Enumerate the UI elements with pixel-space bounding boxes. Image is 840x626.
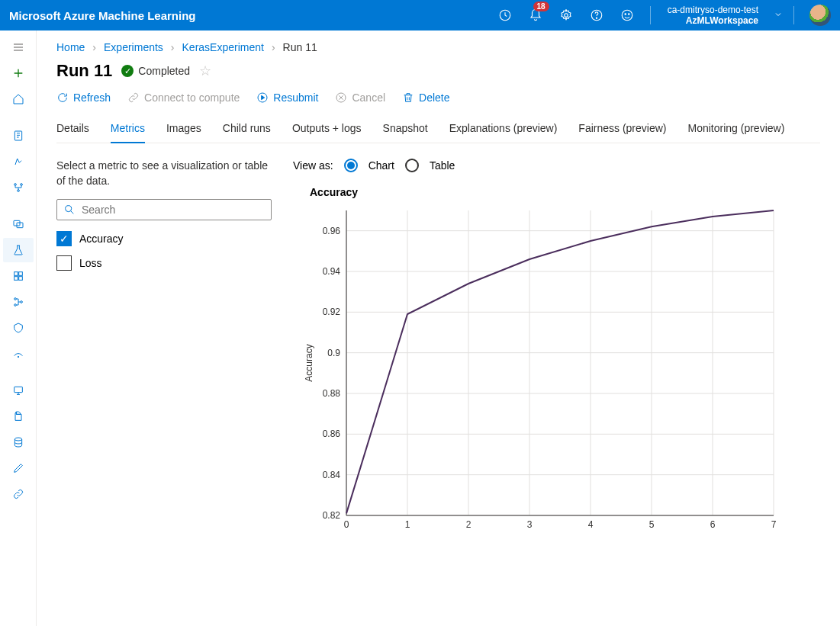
- tab-fairness[interactable]: Fairness (preview): [578, 117, 666, 143]
- svg-point-1: [564, 14, 568, 18]
- svg-rect-21: [14, 387, 22, 392]
- rail-linked-icon[interactable]: [3, 482, 34, 506]
- delete-button[interactable]: Delete: [402, 91, 449, 104]
- play-icon: [256, 91, 269, 104]
- rail-home-icon[interactable]: [3, 87, 34, 111]
- checkbox-checked-icon[interactable]: ✓: [56, 231, 72, 246]
- svg-point-6: [628, 14, 629, 15]
- topbar: Microsoft Azure Machine Learning 18 ca-d…: [0, 0, 840, 30]
- clock-icon[interactable]: [493, 3, 517, 27]
- svg-rect-15: [14, 277, 18, 281]
- help-icon[interactable]: [584, 3, 609, 27]
- breadcrumb-current: Run 11: [283, 41, 317, 53]
- connect-compute-button: Connect to compute: [127, 91, 240, 104]
- topbar-actions: 18 ca-dmitryso-demo-test AzMLWorkspace: [493, 3, 831, 27]
- search-input[interactable]: [56, 199, 272, 220]
- svg-rect-7: [14, 131, 21, 140]
- svg-text:0.9: 0.9: [327, 348, 340, 358]
- left-rail: [0, 30, 37, 626]
- action-bar: Refresh Connect to compute Resubmit Canc…: [56, 91, 820, 104]
- connect-icon: [127, 91, 140, 104]
- svg-text:0.86: 0.86: [323, 429, 341, 439]
- svg-rect-14: [18, 272, 22, 276]
- breadcrumb-experiments[interactable]: Experiments: [104, 41, 163, 53]
- svg-point-18: [14, 304, 16, 307]
- svg-point-19: [20, 301, 22, 303]
- svg-point-22: [14, 438, 21, 441]
- rail-environments-icon[interactable]: [3, 342, 34, 366]
- tabs: Details Metrics Images Child runs Output…: [56, 117, 820, 143]
- refresh-button[interactable]: Refresh: [56, 91, 111, 104]
- rail-datasets-icon[interactable]: [3, 212, 34, 236]
- bell-icon[interactable]: 18: [523, 3, 548, 27]
- svg-text:0.82: 0.82: [323, 510, 341, 521]
- rail-labeling-icon[interactable]: [3, 456, 34, 480]
- metric-loss[interactable]: Loss: [56, 255, 272, 271]
- workspace-name: AzMLWorkspace: [686, 15, 758, 26]
- tab-monitoring[interactable]: Monitoring (preview): [687, 117, 784, 143]
- rail-data-icon[interactable]: [3, 430, 34, 454]
- svg-rect-16: [18, 277, 22, 281]
- cancel-button: Cancel: [335, 91, 385, 104]
- avatar[interactable]: [809, 5, 831, 26]
- rail-automl-icon[interactable]: [3, 149, 34, 174]
- svg-point-20: [18, 356, 18, 357]
- account-name: ca-dmitryso-demo-test: [668, 5, 758, 15]
- rail-experiments-icon[interactable]: [3, 238, 34, 262]
- svg-point-8: [14, 184, 16, 186]
- svg-text:3: 3: [527, 519, 533, 530]
- svg-text:2: 2: [466, 519, 471, 530]
- svg-point-17: [14, 298, 16, 300]
- status-text: Completed: [138, 65, 190, 77]
- metric-accuracy[interactable]: ✓ Accuracy: [56, 231, 272, 246]
- view-as-toggle: View as: Chart Table: [293, 159, 820, 172]
- app-title: Microsoft Azure Machine Learning: [9, 9, 493, 22]
- tab-details[interactable]: Details: [56, 117, 89, 143]
- metrics-help-text: Select a metric to see a visualization o…: [56, 159, 272, 188]
- svg-text:6: 6: [710, 519, 716, 530]
- tab-snapshot[interactable]: Snapshot: [383, 117, 428, 143]
- separator: [650, 6, 651, 24]
- trash-icon: [402, 91, 414, 104]
- refresh-icon: [56, 91, 69, 104]
- rail-pipelines-icon[interactable]: [3, 290, 34, 314]
- account-switcher[interactable]: ca-dmitryso-demo-test AzMLWorkspace: [661, 5, 764, 27]
- main-content: Home › Experiments › KerasExperiment › R…: [37, 30, 840, 626]
- rail-datastores-icon[interactable]: [3, 404, 34, 429]
- feedback-icon[interactable]: [615, 3, 639, 27]
- svg-text:0.84: 0.84: [323, 470, 341, 480]
- gear-icon[interactable]: [554, 3, 578, 27]
- svg-text:0.88: 0.88: [323, 388, 341, 399]
- tab-explanations[interactable]: Explanations (preview): [449, 117, 558, 143]
- rail-endpoints-icon[interactable]: [3, 316, 34, 340]
- rail-models-icon[interactable]: [3, 264, 34, 288]
- check-icon: ✓: [121, 65, 134, 77]
- breadcrumb-experiment-name[interactable]: KerasExperiment: [182, 41, 264, 53]
- search-field[interactable]: [82, 204, 265, 216]
- tab-metrics[interactable]: Metrics: [111, 117, 145, 143]
- svg-text:Accuracy: Accuracy: [304, 344, 314, 381]
- radio-chart[interactable]: [344, 159, 358, 172]
- rail-designer-icon[interactable]: [3, 175, 34, 200]
- rail-menu-icon[interactable]: [3, 35, 34, 59]
- rail-notebooks-icon[interactable]: [3, 124, 34, 148]
- svg-text:0.92: 0.92: [323, 307, 341, 317]
- svg-point-10: [17, 190, 19, 192]
- svg-text:0: 0: [344, 519, 349, 530]
- cancel-icon: [335, 91, 347, 104]
- svg-text:0.94: 0.94: [323, 266, 341, 277]
- resubmit-button[interactable]: Resubmit: [256, 91, 318, 104]
- svg-point-9: [20, 184, 22, 186]
- tab-child-runs[interactable]: Child runs: [223, 117, 271, 143]
- tab-outputs-logs[interactable]: Outputs + logs: [292, 117, 362, 143]
- chart-title: Accuracy: [310, 186, 820, 198]
- chevron-down-icon[interactable]: [774, 8, 783, 22]
- favorite-star-icon[interactable]: ☆: [199, 63, 211, 79]
- tab-images[interactable]: Images: [166, 117, 201, 143]
- radio-table[interactable]: [405, 159, 419, 172]
- breadcrumb-home[interactable]: Home: [56, 41, 85, 53]
- checkbox-unchecked-icon[interactable]: [56, 255, 72, 271]
- rail-compute-icon[interactable]: [3, 378, 34, 403]
- svg-point-4: [622, 10, 632, 21]
- rail-add-icon[interactable]: [3, 61, 34, 85]
